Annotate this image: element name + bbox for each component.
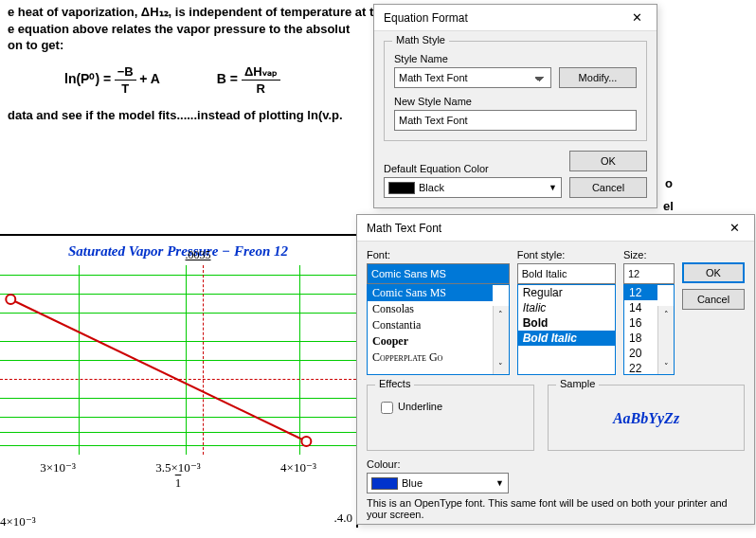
size-list[interactable]: 12 14 16 18 20 22 24 ˄˅: [623, 284, 675, 375]
chevron-down-icon: ▼: [549, 183, 557, 192]
list-item[interactable]: Bold: [518, 315, 615, 331]
group-label: Sample: [556, 378, 599, 389]
equation-2: B = ΔHᵥₐₚR: [217, 63, 280, 98]
list-item[interactable]: Bold Italic: [518, 331, 615, 346]
style-name-label: Style Name: [394, 53, 637, 64]
sample-preview: AaBbYyZz: [558, 397, 734, 440]
dialog-title: Math Text Font: [357, 222, 441, 235]
cancel-button[interactable]: Cancel: [569, 177, 647, 198]
group-label: Math Style: [392, 34, 449, 45]
chart-corner-label: .4.0: [334, 511, 353, 526]
font-style-list[interactable]: Regular Italic Bold Bold Italic: [517, 284, 616, 375]
new-style-label: New Style Name: [394, 96, 637, 107]
color-value: Black: [419, 182, 444, 193]
chart-svg: [0, 265, 356, 455]
list-item[interactable]: Cooper: [368, 333, 493, 350]
color-swatch-icon: [388, 182, 415, 194]
list-item[interactable]: 22: [624, 361, 657, 375]
chart-corner-label: 4×10⁻³: [0, 514, 36, 529]
stray-text: o: [665, 176, 673, 190]
colour-label: Colour:: [367, 458, 509, 470]
size-input[interactable]: [623, 263, 675, 284]
list-item[interactable]: Comic Sans MS: [368, 285, 493, 301]
new-style-input[interactable]: [394, 110, 637, 131]
style-name-combo[interactable]: Math Text Font: [394, 67, 551, 88]
list-item[interactable]: Italic: [518, 300, 615, 315]
list-item[interactable]: 18: [624, 331, 657, 346]
list-item[interactable]: Copperplate Go: [368, 350, 493, 366]
font-list[interactable]: Comic Sans MS Consolas Constantia Cooper…: [367, 284, 510, 375]
chart-x-caption: 1: [0, 475, 356, 491]
font-input[interactable]: [367, 263, 510, 284]
svg-line-0: [10, 299, 306, 441]
group-label: Effects: [375, 378, 414, 389]
sample-group: Sample AaBbYyZz: [548, 385, 745, 451]
list-item[interactable]: 12: [624, 285, 657, 300]
underline-checkbox-input[interactable]: [381, 402, 393, 414]
chart-title: Saturated Vapor Pressure − Freon 12: [0, 243, 356, 260]
chevron-down-icon: ▼: [495, 478, 504, 488]
ok-button[interactable]: OK: [569, 151, 647, 171]
dialog-titlebar[interactable]: Math Text Font ✕: [357, 215, 754, 242]
colour-value: Blue: [402, 477, 423, 489]
list-item[interactable]: 14: [624, 300, 657, 315]
scrollbar[interactable]: ˄˅: [657, 306, 674, 374]
font-style-input[interactable]: [517, 263, 616, 284]
default-color-label: Default Equation Color: [384, 163, 562, 174]
svg-point-2: [301, 437, 311, 446]
chevron-down-icon[interactable]: ˅: [658, 358, 674, 374]
colour-combo[interactable]: Blue ▼: [367, 473, 509, 493]
list-item[interactable]: 20: [624, 346, 657, 361]
stray-text: el: [663, 199, 674, 213]
color-swatch-icon: [371, 477, 398, 490]
list-item[interactable]: Consolas: [368, 301, 493, 317]
chart-x-ticks: 3×10⁻³ 3.5×10⁻³ 4×10⁻³: [0, 460, 356, 475]
list-item[interactable]: Regular: [518, 285, 615, 300]
close-icon[interactable]: ✕: [714, 215, 754, 241]
scrollbar[interactable]: ˄˅: [493, 306, 509, 374]
equation-1: ln(P⁰) = −BT + A: [64, 63, 160, 98]
dialog-title: Equation Format: [374, 11, 468, 25]
list-item[interactable]: 16: [624, 315, 657, 331]
dialog-titlebar[interactable]: Equation Format ✕: [374, 5, 657, 31]
chevron-down-icon[interactable]: ˅: [494, 358, 509, 374]
chevron-up-icon[interactable]: ˄: [658, 306, 674, 322]
underline-checkbox[interactable]: Underline: [377, 401, 442, 412]
effects-group: Effects Underline: [367, 385, 534, 451]
equation-format-dialog: Equation Format ✕ Math Style Style Name …: [373, 4, 657, 208]
chart-annotation: .0035: [186, 248, 211, 262]
font-style-label: Font style:: [517, 249, 616, 260]
list-item[interactable]: Constantia: [368, 317, 493, 333]
chart-plot-area: .0035: [0, 265, 356, 455]
modify-button[interactable]: Modify...: [559, 67, 637, 88]
chart-panel: Saturated Vapor Pressure − Freon 12 .003…: [0, 234, 358, 528]
cancel-button[interactable]: Cancel: [682, 289, 745, 310]
math-style-group: Math Style Style Name Math Text Font Mod…: [384, 41, 647, 141]
size-label: Size:: [623, 249, 675, 260]
color-combo[interactable]: Black ▼: [384, 177, 562, 198]
font-dialog: Math Text Font ✕ Font: Comic Sans MS Con…: [356, 214, 755, 525]
chevron-up-icon[interactable]: ˄: [494, 306, 509, 322]
svg-point-1: [6, 295, 15, 304]
font-label: Font:: [367, 249, 510, 260]
close-icon[interactable]: ✕: [617, 5, 657, 30]
font-hint: This is an OpenType font. This same font…: [367, 497, 745, 520]
ok-button[interactable]: OK: [682, 262, 745, 283]
